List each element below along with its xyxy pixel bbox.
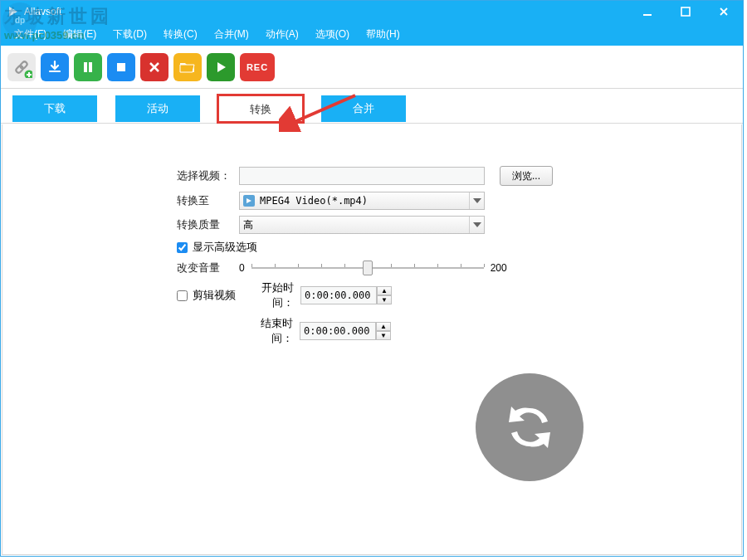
trim-label: 剪辑视频 [193,288,241,303]
quality-label: 转换质量 [177,217,239,232]
app-logo-icon [6,5,19,18]
title-bar: Allavsoft [1,1,743,22]
start-time-field[interactable] [300,286,377,304]
spin-down-icon[interactable]: ▼ [377,295,392,304]
menu-download[interactable]: 下载(D) [105,24,155,45]
svg-rect-11 [89,62,92,72]
stop-button[interactable] [107,53,135,81]
menu-convert[interactable]: 转换(C) [155,24,206,45]
show-advanced-label: 显示高级选项 [193,240,257,255]
convert-start-button[interactable] [476,373,583,481]
menu-action[interactable]: 动作(A) [257,24,307,45]
trim-checkbox[interactable] [177,290,188,301]
tab-download[interactable]: 下载 [12,95,97,122]
close-button[interactable] [705,1,743,22]
menu-bar: 文件(F) 编辑(E) 下载(D) 转换(C) 合并(M) 动作(A) 选项(O… [1,22,743,46]
volume-max: 200 [491,262,507,274]
quality-value: 高 [243,218,253,232]
slider-thumb[interactable] [363,261,373,275]
svg-rect-9 [27,74,32,75]
video-file-icon [243,195,255,207]
end-time-input[interactable]: ▲▼ [300,322,391,340]
pause-button[interactable] [74,53,102,81]
convert-to-value: MPEG4 Video(*.mp4) [260,195,368,207]
play-button[interactable] [207,53,235,81]
convert-to-combo[interactable]: MPEG4 Video(*.mp4) [239,192,485,210]
svg-marker-20 [473,222,481,227]
menu-option[interactable]: 选项(O) [307,24,358,45]
svg-line-17 [290,95,355,124]
volume-min: 0 [239,262,245,274]
open-folder-button[interactable] [173,53,202,81]
end-time-field[interactable] [300,322,376,340]
annotation-arrow-icon [279,90,362,132]
menu-edit[interactable]: 编辑(E) [55,24,105,45]
svg-rect-2 [681,7,690,16]
record-label: REC [247,62,268,72]
select-video-label: 选择视频： [177,168,239,183]
start-time-label: 开始时间： [241,280,294,310]
svg-marker-15 [217,62,226,72]
spin-up-icon[interactable]: ▲ [377,286,392,295]
start-time-input[interactable]: ▲▼ [300,286,392,304]
svg-marker-18 [247,198,251,203]
quality-combo[interactable]: 高 [239,216,485,234]
paste-url-button[interactable] [7,53,36,81]
download-button[interactable] [41,53,69,81]
window-title: Allavsoft [24,6,61,17]
maximize-button[interactable] [666,1,705,22]
svg-marker-19 [473,198,481,203]
minimize-button[interactable] [628,1,666,22]
content-pane: 选择视频： 浏览... 转换至 MPEG4 Video(*.mp4) 转换质量 [2,124,742,555]
chevron-down-icon [469,192,484,209]
svg-rect-12 [117,63,125,71]
chevron-down-icon [469,217,484,233]
volume-label: 改变音量 [177,261,239,275]
spin-down-icon[interactable]: ▼ [376,331,391,340]
convert-to-label: 转换至 [177,193,239,208]
tab-strip: 下载 活动 转换 合并 [1,89,743,124]
refresh-icon [500,398,559,456]
svg-rect-1 [643,14,652,16]
menu-help[interactable]: 帮助(H) [358,24,408,45]
end-time-label: 结束时间： [240,316,293,346]
svg-marker-0 [9,7,17,17]
select-video-input[interactable] [239,167,485,185]
menu-merge[interactable]: 合并(M) [206,24,257,45]
toolbar: REC [1,46,743,89]
record-button[interactable]: REC [240,53,275,81]
volume-slider[interactable] [251,261,484,275]
svg-rect-6 [19,61,28,70]
svg-rect-10 [84,62,87,72]
browse-button[interactable]: 浏览... [500,166,553,186]
show-advanced-checkbox[interactable] [177,242,188,253]
delete-button[interactable] [140,53,168,81]
menu-file[interactable]: 文件(F) [6,24,55,45]
spin-up-icon[interactable]: ▲ [376,322,391,331]
tab-activity[interactable]: 活动 [115,95,200,122]
